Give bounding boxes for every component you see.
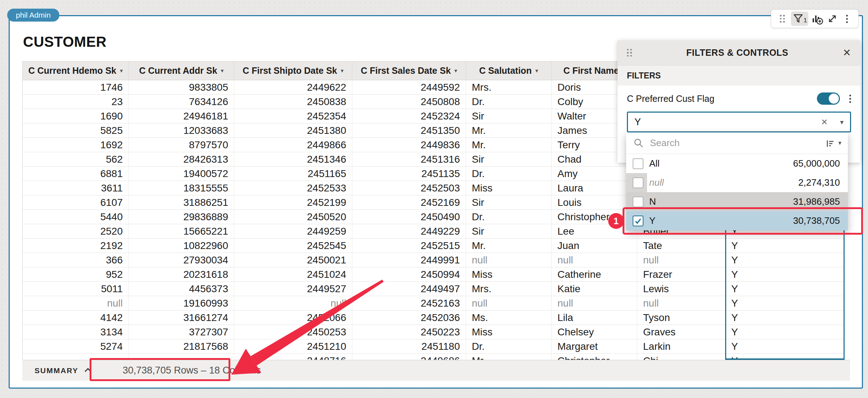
table-cell[interactable]: Y: [725, 239, 844, 253]
table-cell[interactable]: Sir: [466, 224, 552, 238]
table-cell[interactable]: Dr.: [466, 210, 552, 224]
table-cell[interactable]: null: [637, 253, 725, 267]
table-cell[interactable]: 12033683: [129, 123, 234, 137]
table-cell[interactable]: Dr.: [466, 167, 552, 181]
checkbox[interactable]: [633, 158, 643, 169]
table-cell[interactable]: 31886251: [129, 195, 234, 209]
table-cell[interactable]: 20231618: [129, 267, 234, 281]
table-cell[interactable]: 1746: [23, 80, 129, 94]
checkbox-checked[interactable]: [633, 216, 643, 226]
panel-drag-handle-icon[interactable]: [627, 49, 632, 57]
table-cell[interactable]: Amy: [552, 167, 637, 181]
table-cell[interactable]: null: [637, 296, 725, 310]
table-cell[interactable]: 2449229: [352, 224, 466, 238]
table-cell[interactable]: 2450253: [234, 325, 352, 339]
table-cell[interactable]: Y: [725, 296, 844, 310]
search-input[interactable]: [649, 137, 824, 149]
table-cell[interactable]: Mr.: [466, 138, 552, 152]
table-cell[interactable]: Miss: [466, 325, 552, 339]
table-cell[interactable]: null: [466, 296, 552, 310]
table-cell[interactable]: 2450994: [352, 267, 466, 281]
close-icon[interactable]: ✕: [843, 47, 851, 59]
table-cell[interactable]: 1692: [23, 138, 129, 152]
table-cell[interactable]: 9833805: [129, 80, 234, 94]
table-cell[interactable]: 2450490: [352, 210, 466, 224]
clear-icon[interactable]: ✕: [821, 117, 828, 127]
chevron-down-icon[interactable]: ▾: [840, 118, 844, 126]
table-cell[interactable]: 952: [23, 267, 129, 281]
checkbox[interactable]: [633, 177, 643, 188]
table-cell[interactable]: 2451180: [352, 339, 466, 353]
filter-option-y[interactable]: Y 30,738,705: [626, 211, 848, 230]
table-cell[interactable]: 2452354: [234, 109, 352, 123]
table-cell[interactable]: Sir: [466, 195, 552, 209]
filter-value-input[interactable]: Y ✕ ▾: [627, 112, 851, 132]
table-cell[interactable]: 2449836: [352, 138, 466, 152]
table-cell[interactable]: Mrs.: [466, 282, 552, 296]
table-cell[interactable]: Y: [725, 311, 844, 325]
summary-label[interactable]: SUMMARY: [35, 366, 78, 375]
table-cell[interactable]: Y: [725, 339, 844, 353]
table-cell[interactable]: Sir: [466, 152, 552, 166]
table-cell[interactable]: 15665221: [129, 224, 234, 238]
table-cell[interactable]: Dr.: [466, 339, 552, 353]
table-cell[interactable]: 2520: [23, 224, 129, 238]
table-cell[interactable]: Y: [725, 325, 844, 339]
table-cell[interactable]: Christopher: [552, 210, 637, 224]
table-cell[interactable]: null: [552, 253, 637, 267]
column-header[interactable]: C Salutation▾: [466, 62, 552, 80]
table-cell[interactable]: 2452169: [352, 195, 466, 209]
table-cell[interactable]: 19400572: [129, 167, 234, 181]
filter-button[interactable]: 1: [791, 12, 808, 26]
table-cell[interactable]: 2449527: [234, 282, 352, 296]
filter-kebab-icon[interactable]: [849, 95, 851, 103]
table-cell[interactable]: 23: [23, 95, 129, 109]
table-cell[interactable]: 2450021: [234, 253, 352, 267]
table-cell[interactable]: Lewis: [637, 282, 725, 296]
table-cell[interactable]: Y: [725, 282, 844, 296]
filter-option-all[interactable]: All 65,000,000: [626, 154, 848, 173]
table-cell[interactable]: Mr.: [466, 239, 552, 253]
table-cell[interactable]: 2451165: [234, 167, 352, 181]
table-cell[interactable]: 5274: [23, 339, 129, 353]
table-cell[interactable]: 2452066: [234, 311, 352, 325]
table-cell[interactable]: 2452515: [352, 239, 466, 253]
sort-icon[interactable]: [824, 138, 835, 149]
table-cell[interactable]: 2452324: [352, 109, 466, 123]
table-cell[interactable]: Laura: [552, 181, 637, 195]
table-cell[interactable]: Dr.: [466, 95, 552, 109]
table-cell[interactable]: 3134: [23, 325, 129, 339]
column-header[interactable]: C First Shipto Date Sk▾: [234, 62, 352, 80]
table-cell[interactable]: 2450223: [352, 325, 466, 339]
table-cell[interactable]: Larkin: [637, 339, 725, 353]
table-cell[interactable]: null: [466, 253, 552, 267]
table-cell[interactable]: 18315555: [129, 181, 234, 195]
drag-handle-icon[interactable]: [776, 12, 788, 26]
table-cell[interactable]: 2449497: [352, 282, 466, 296]
table-cell[interactable]: 5440: [23, 210, 129, 224]
table-cell[interactable]: 29836889: [129, 210, 234, 224]
table-cell[interactable]: 2449866: [234, 138, 352, 152]
table-cell[interactable]: 31661274: [129, 311, 234, 325]
table-cell[interactable]: 1690: [23, 109, 129, 123]
table-cell[interactable]: Lila: [552, 311, 637, 325]
table-cell[interactable]: 19160993: [129, 296, 234, 310]
table-cell[interactable]: 6881: [23, 167, 129, 181]
table-cell[interactable]: 366: [23, 253, 129, 267]
table-cell[interactable]: Catherine: [552, 267, 637, 281]
table-cell[interactable]: 2451024: [234, 267, 352, 281]
table-cell[interactable]: Chi: [637, 354, 725, 360]
table-cell[interactable]: Louis: [552, 195, 637, 209]
table-cell[interactable]: 10822960: [129, 239, 234, 253]
table-cell[interactable]: 2452533: [234, 181, 352, 195]
table-cell[interactable]: Ms.: [466, 311, 552, 325]
table-cell[interactable]: 2451350: [352, 123, 466, 137]
table-cell[interactable]: 2449991: [352, 253, 466, 267]
table-cell[interactable]: 2452503: [352, 181, 466, 195]
table-cell[interactable]: 3611: [23, 181, 129, 195]
table-cell[interactable]: 2451316: [352, 152, 466, 166]
table-cell[interactable]: Mr.: [466, 123, 552, 137]
table-cell[interactable]: 6107: [23, 195, 129, 209]
table-cell[interactable]: 2451346: [234, 152, 352, 166]
table-cell[interactable]: 8797570: [129, 138, 234, 152]
